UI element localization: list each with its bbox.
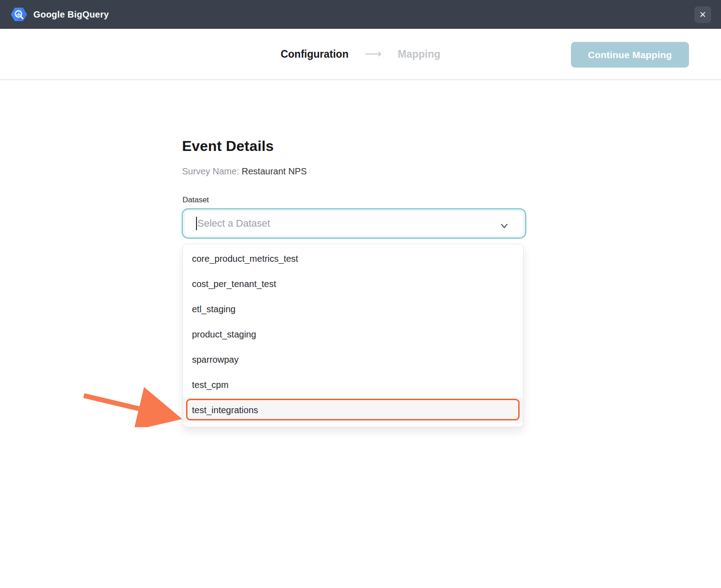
close-icon: ✕ — [699, 10, 707, 19]
dropdown-option-highlighted[interactable]: test_integrations — [183, 397, 523, 423]
dataset-field-label: Dataset — [183, 196, 209, 205]
app-title: Google BigQuery — [33, 9, 109, 20]
dropdown-option[interactable]: etl_staging — [183, 296, 523, 322]
text-cursor — [196, 217, 197, 230]
step-mapping[interactable]: Mapping — [398, 48, 441, 60]
chevron-down-icon[interactable] — [498, 220, 510, 233]
step-arrow-icon: ⟶ — [365, 47, 381, 61]
dropdown-option[interactable]: sparrowpay — [183, 347, 523, 372]
dropdown-option[interactable]: product_staging — [183, 322, 523, 347]
annotation-arrow-icon — [78, 382, 186, 429]
survey-name-value: Restaurant NPS — [242, 166, 307, 176]
dropdown-option[interactable]: cost_per_tenant_test — [183, 271, 523, 296]
titlebar: Google BigQuery ✕ — [0, 0, 721, 29]
step-configuration[interactable]: Configuration — [281, 48, 349, 60]
dataset-select[interactable]: Select a Dataset — [182, 208, 526, 239]
page-title: Event Details — [182, 138, 274, 155]
dropdown-option[interactable]: core_product_metrics_test — [183, 246, 523, 271]
dataset-dropdown-menu: core_product_metrics_test cost_per_tenan… — [183, 244, 524, 427]
survey-name-label: Survey Name: — [182, 166, 239, 176]
stepper-header: Configuration ⟶ Mapping Continue Mapping — [0, 29, 721, 80]
continue-mapping-button[interactable]: Continue Mapping — [571, 42, 689, 68]
survey-name-line: Survey Name: Restaurant NPS — [182, 166, 307, 177]
dataset-select-placeholder: Select a Dataset — [197, 218, 270, 229]
bigquery-logo-icon — [11, 7, 27, 22]
dataset-select-inner[interactable]: Select a Dataset — [184, 210, 524, 237]
close-button[interactable]: ✕ — [694, 6, 711, 23]
dropdown-option[interactable]: test_cpm — [183, 372, 523, 397]
dropdown-option-label: test_integrations — [192, 405, 258, 415]
